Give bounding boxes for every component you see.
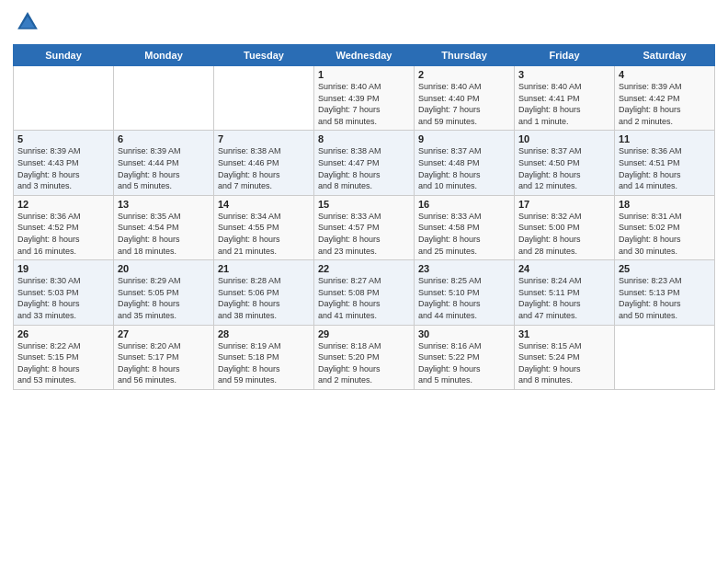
cell-detail: Daylight: 8 hours bbox=[118, 363, 210, 375]
cell-detail: Daylight: 8 hours bbox=[218, 363, 310, 375]
day-number: 15 bbox=[318, 199, 410, 210]
cell-detail: Sunset: 4:52 PM bbox=[17, 222, 109, 234]
day-number: 7 bbox=[218, 133, 310, 144]
cell-detail: and 3 minutes. bbox=[17, 180, 109, 192]
calendar-cell: 10Sunrise: 8:37 AMSunset: 4:50 PMDayligh… bbox=[515, 131, 615, 195]
day-number: 9 bbox=[418, 133, 510, 144]
calendar-cell: 8Sunrise: 8:38 AMSunset: 4:47 PMDaylight… bbox=[314, 131, 415, 195]
cell-detail: Sunrise: 8:20 AM bbox=[118, 340, 210, 352]
cell-detail: Daylight: 8 hours bbox=[518, 104, 610, 116]
calendar-week-3: 12Sunrise: 8:36 AMSunset: 4:52 PMDayligh… bbox=[14, 195, 715, 259]
day-number: 24 bbox=[518, 263, 610, 274]
day-number: 29 bbox=[318, 328, 410, 339]
calendar-cell: 30Sunrise: 8:16 AMSunset: 5:22 PMDayligh… bbox=[415, 325, 515, 389]
calendar-cell: 28Sunrise: 8:19 AMSunset: 5:18 PMDayligh… bbox=[214, 325, 314, 389]
cell-detail: Daylight: 8 hours bbox=[118, 234, 210, 246]
cell-detail: Daylight: 9 hours bbox=[418, 363, 510, 375]
cell-detail: and 56 minutes. bbox=[118, 374, 210, 386]
day-number: 21 bbox=[218, 263, 310, 274]
cell-detail: and 5 minutes. bbox=[418, 374, 510, 386]
cell-detail: Sunrise: 8:18 AM bbox=[318, 340, 410, 352]
day-number: 25 bbox=[619, 263, 711, 274]
calendar-cell: 23Sunrise: 8:25 AMSunset: 5:10 PMDayligh… bbox=[415, 260, 515, 325]
day-number: 11 bbox=[619, 133, 711, 144]
cell-detail: and 8 minutes. bbox=[318, 180, 410, 192]
cell-detail: Sunrise: 8:23 AM bbox=[619, 275, 711, 287]
cell-detail: Sunset: 4:58 PM bbox=[418, 222, 510, 234]
cell-detail: and 47 minutes. bbox=[518, 310, 610, 322]
cell-detail: Sunset: 4:41 PM bbox=[518, 93, 610, 105]
cell-detail: and 41 minutes. bbox=[318, 310, 410, 322]
calendar-cell bbox=[14, 66, 114, 131]
cell-detail: Daylight: 8 hours bbox=[418, 169, 510, 181]
calendar-cell: 6Sunrise: 8:39 AMSunset: 4:44 PMDaylight… bbox=[114, 131, 214, 195]
calendar-cell: 14Sunrise: 8:34 AMSunset: 4:55 PMDayligh… bbox=[214, 195, 314, 259]
calendar-cell: 4Sunrise: 8:39 AMSunset: 4:42 PMDaylight… bbox=[615, 66, 715, 131]
calendar-cell: 12Sunrise: 8:36 AMSunset: 4:52 PMDayligh… bbox=[14, 195, 114, 259]
cell-detail: Sunrise: 8:29 AM bbox=[118, 275, 210, 287]
cell-detail: Sunset: 5:00 PM bbox=[518, 222, 610, 234]
cell-detail: and 53 minutes. bbox=[17, 374, 109, 386]
cell-detail: Sunset: 4:48 PM bbox=[418, 157, 510, 169]
cell-detail: Sunrise: 8:33 AM bbox=[318, 211, 410, 223]
cell-detail: Sunrise: 8:37 AM bbox=[418, 145, 510, 157]
day-number: 18 bbox=[619, 199, 711, 210]
calendar-cell bbox=[114, 66, 214, 131]
cell-detail: Sunrise: 8:34 AM bbox=[218, 211, 310, 223]
day-number: 16 bbox=[418, 199, 510, 210]
cell-detail: and 5 minutes. bbox=[118, 180, 210, 192]
cell-detail: Sunrise: 8:38 AM bbox=[218, 145, 310, 157]
cell-detail: and 18 minutes. bbox=[118, 246, 210, 258]
cell-detail: Sunrise: 8:32 AM bbox=[518, 211, 610, 223]
cell-detail: and 12 minutes. bbox=[518, 180, 610, 192]
cell-detail: Daylight: 8 hours bbox=[518, 234, 610, 246]
cell-detail: Sunset: 5:10 PM bbox=[418, 287, 510, 299]
cell-detail: Sunset: 5:20 PM bbox=[318, 351, 410, 363]
cell-detail: and 59 minutes. bbox=[418, 116, 510, 128]
day-number: 30 bbox=[418, 328, 510, 339]
day-number: 23 bbox=[418, 263, 510, 274]
cell-detail: and 16 minutes. bbox=[17, 246, 109, 258]
calendar-cell: 24Sunrise: 8:24 AMSunset: 5:11 PMDayligh… bbox=[515, 260, 615, 325]
cell-detail: Sunset: 4:54 PM bbox=[118, 222, 210, 234]
calendar-cell: 22Sunrise: 8:27 AMSunset: 5:08 PMDayligh… bbox=[314, 260, 415, 325]
cell-detail: Sunset: 5:11 PM bbox=[518, 287, 610, 299]
cell-detail: Sunrise: 8:15 AM bbox=[518, 340, 610, 352]
calendar-cell: 1Sunrise: 8:40 AMSunset: 4:39 PMDaylight… bbox=[314, 66, 415, 131]
cell-detail: Sunrise: 8:39 AM bbox=[619, 81, 711, 93]
cell-detail: Sunrise: 8:27 AM bbox=[318, 275, 410, 287]
calendar-cell: 29Sunrise: 8:18 AMSunset: 5:20 PMDayligh… bbox=[314, 325, 415, 389]
day-number: 31 bbox=[518, 328, 610, 339]
cell-detail: and 25 minutes. bbox=[418, 246, 510, 258]
cell-detail: Daylight: 8 hours bbox=[619, 298, 711, 310]
cell-detail: and 2 minutes. bbox=[318, 374, 410, 386]
cell-detail: Daylight: 8 hours bbox=[318, 169, 410, 181]
calendar-cell: 13Sunrise: 8:35 AMSunset: 4:54 PMDayligh… bbox=[114, 195, 214, 259]
calendar-cell: 17Sunrise: 8:32 AMSunset: 5:00 PMDayligh… bbox=[515, 195, 615, 259]
cell-detail: Sunrise: 8:39 AM bbox=[17, 145, 109, 157]
calendar-cell bbox=[214, 66, 314, 131]
cell-detail: and 8 minutes. bbox=[518, 374, 610, 386]
cell-detail: Sunrise: 8:19 AM bbox=[218, 340, 310, 352]
cell-detail: Sunrise: 8:22 AM bbox=[17, 340, 109, 352]
day-number: 12 bbox=[17, 199, 109, 210]
cell-detail: and 10 minutes. bbox=[418, 180, 510, 192]
cell-detail: and 33 minutes. bbox=[17, 310, 109, 322]
day-number: 26 bbox=[17, 328, 109, 339]
calendar-cell: 5Sunrise: 8:39 AMSunset: 4:43 PMDaylight… bbox=[14, 131, 114, 195]
calendar-week-5: 26Sunrise: 8:22 AMSunset: 5:15 PMDayligh… bbox=[14, 325, 715, 389]
day-number: 8 bbox=[318, 133, 410, 144]
cell-detail: Daylight: 8 hours bbox=[318, 298, 410, 310]
calendar-cell: 9Sunrise: 8:37 AMSunset: 4:48 PMDaylight… bbox=[415, 131, 515, 195]
header-row: SundayMondayTuesdayWednesdayThursdayFrid… bbox=[14, 45, 715, 66]
cell-detail: and 21 minutes. bbox=[218, 246, 310, 258]
cell-detail: Sunset: 5:03 PM bbox=[17, 287, 109, 299]
cell-detail: Daylight: 8 hours bbox=[619, 169, 711, 181]
logo-icon bbox=[15, 9, 40, 35]
cell-detail: Sunset: 4:51 PM bbox=[619, 157, 711, 169]
cell-detail: Sunset: 5:18 PM bbox=[218, 351, 310, 363]
cell-detail: Sunrise: 8:35 AM bbox=[118, 211, 210, 223]
calendar-cell: 2Sunrise: 8:40 AMSunset: 4:40 PMDaylight… bbox=[415, 66, 515, 131]
day-number: 3 bbox=[518, 69, 610, 80]
cell-detail: Daylight: 8 hours bbox=[518, 298, 610, 310]
